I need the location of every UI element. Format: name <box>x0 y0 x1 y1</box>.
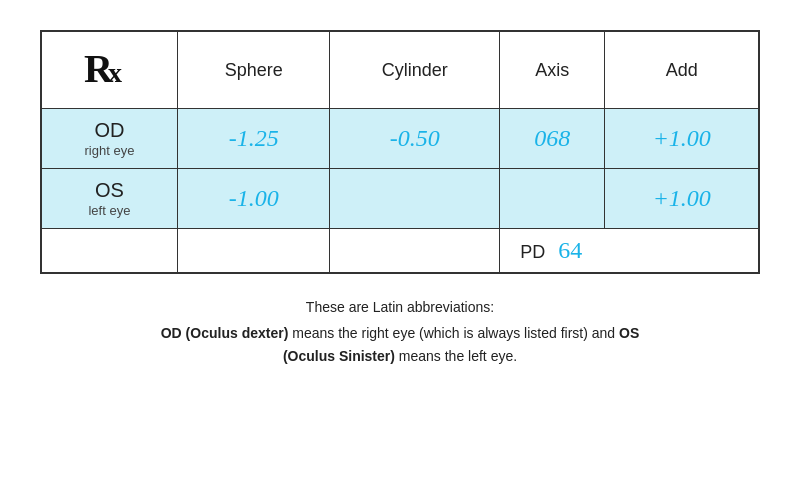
os-full-bold: (Oculus Sinister) <box>283 348 395 364</box>
os-row: OS left eye -1.00 +1.00 <box>41 168 759 228</box>
od-code: OD <box>48 117 171 143</box>
os-sphere-cell: -1.00 <box>177 168 330 228</box>
od-axis-cell: 068 <box>500 109 605 169</box>
sphere-header: Sphere <box>177 31 330 109</box>
os-abbrev-bold: OS <box>619 325 639 341</box>
footnote-title: These are Latin abbreviations: <box>40 296 760 320</box>
pd-empty-1 <box>41 228 177 273</box>
pd-empty-2 <box>177 228 330 273</box>
od-add-cell: +1.00 <box>605 109 759 169</box>
od-row: OD right eye -1.25 -0.50 068 +1.00 <box>41 109 759 169</box>
prescription-table-container: R x Sphere Cylinder Axis <box>40 30 760 274</box>
od-sphere-cell: -1.25 <box>177 109 330 169</box>
od-add-value: +1.00 <box>653 125 711 151</box>
footnote-detail: OD (Oculus dexter) means the right eye (… <box>40 322 760 346</box>
od-name: right eye <box>48 143 171 160</box>
od-full-bold: OD (Oculus dexter) <box>161 325 289 341</box>
os-label-cell: OS left eye <box>41 168 177 228</box>
rx-icon: R x <box>84 44 134 88</box>
pd-cell: PD 64 <box>500 228 759 273</box>
pd-label: PD <box>520 242 545 262</box>
os-name: left eye <box>48 203 171 220</box>
os-add-cell: +1.00 <box>605 168 759 228</box>
os-add-value: +1.00 <box>653 185 711 211</box>
pd-value: 64 <box>558 237 582 263</box>
pd-empty-3 <box>330 228 500 273</box>
od-cylinder-value: -0.50 <box>390 125 440 151</box>
os-axis-cell <box>500 168 605 228</box>
os-sphere-value: -1.00 <box>229 185 279 211</box>
svg-text:x: x <box>108 57 122 88</box>
prescription-table: R x Sphere Cylinder Axis <box>40 30 760 274</box>
od-cylinder-cell: -0.50 <box>330 109 500 169</box>
os-cylinder-cell <box>330 168 500 228</box>
od-sphere-value: -1.25 <box>229 125 279 151</box>
pd-row: PD 64 <box>41 228 759 273</box>
od-label-cell: OD right eye <box>41 109 177 169</box>
add-header: Add <box>605 31 759 109</box>
rx-symbol: R x <box>84 44 134 96</box>
od-axis-value: 068 <box>534 125 570 151</box>
cylinder-header: Cylinder <box>330 31 500 109</box>
rx-header-cell: R x <box>41 31 177 109</box>
os-code: OS <box>48 177 171 203</box>
footnote-detail-2: (Oculus Sinister) means the left eye. <box>40 345 760 369</box>
footnote: These are Latin abbreviations: OD (Oculu… <box>40 296 760 369</box>
axis-header: Axis <box>500 31 605 109</box>
